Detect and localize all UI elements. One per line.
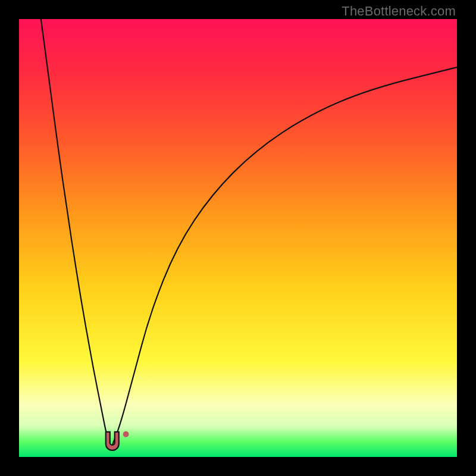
- marker-u: [106, 432, 119, 450]
- chart-frame: TheBottleneck.com: [0, 0, 476, 476]
- bottleneck-curve: [19, 19, 457, 457]
- marker-dot: [123, 431, 129, 437]
- curve-left-branch: [41, 19, 111, 448]
- data-markers: [106, 431, 129, 450]
- watermark-text: TheBottleneck.com: [342, 4, 456, 19]
- plot-area: [19, 19, 457, 457]
- curve-right-branch: [111, 67, 457, 448]
